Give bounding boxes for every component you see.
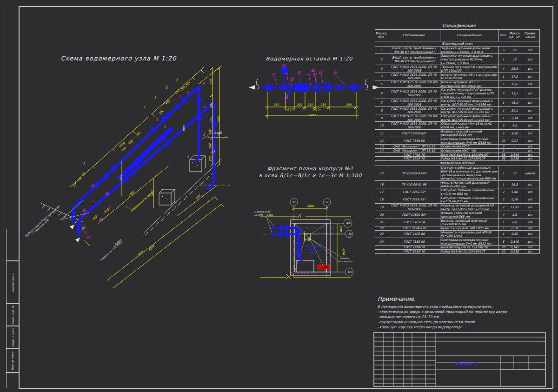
dim-label: 2679	[136, 250, 144, 257]
spec-cell: ГОСТ Р ИСО 2531-2008, СП 40-109-2006	[388, 99, 440, 106]
callout-number: 7	[108, 205, 111, 208]
dim-label: 0,6х0,6х0,8(h)	[337, 260, 352, 263]
spec-cell: 2	[499, 88, 508, 99]
spec-cell: ВЧШГ, соотв. требованиям к ЗРА МГУП "Мос…	[388, 54, 440, 65]
spec-cell: 2	[499, 149, 508, 153]
dim-label: 190	[158, 109, 165, 115]
spec-cell: Фильтр магнитный фланцевый ФМФ-65 Ø65 мм	[440, 180, 499, 188]
spec-cell: ГОСТ Р ИСО 2531-2008, СП 40-109-2006	[388, 122, 440, 129]
spec-cell: 7	[375, 99, 388, 106]
spec-cell: Патрубок чугунный фланцевый с внутр. ЦПП…	[440, 106, 499, 114]
spec-cell: 8	[375, 106, 388, 114]
spec-cell: Манометр показывающий МП-3У Ру=10кгс/см2	[440, 230, 499, 238]
spec-row: 19ГОСТ Р ИСО 2531-2008, СП 40-109-2006Пе…	[375, 203, 540, 211]
spec-cell: шт.	[521, 129, 540, 137]
spec-cell: 16	[375, 180, 388, 188]
spec-row: 5ГОСТ Р ИСО 2531-2008, СП 40-109-2006Кол…	[375, 80, 540, 88]
callout-number: 11	[84, 231, 87, 234]
spec-cell: Патрубок стальной оцинкованный L=210 мм …	[440, 196, 499, 203]
spec-cell: 10	[375, 122, 388, 129]
spec-row: 13ОАО "Моспроект" ЛП 16-19Опора марки ОП…	[375, 145, 540, 149]
spec-section-title: Водомерный узел	[375, 41, 540, 47]
spec-cell: 13	[375, 145, 388, 149]
dim-label: 300	[308, 236, 311, 241]
spec-cell: 1	[499, 219, 508, 226]
spec-cell: 1	[499, 99, 508, 106]
dim-label: 786	[210, 102, 213, 108]
spec-col-note: Приме-чание	[521, 30, 540, 41]
spec-row: ГОСТ 7798-70Болт М16-6gх70.21.12Х18Н10Т2…	[375, 246, 540, 250]
dim-label: на отм. —3,680	[254, 213, 273, 216]
dim-label: 2 ввода Ø100	[254, 210, 271, 213]
spec-cell: шт.	[521, 196, 540, 203]
stamp-podp-data-label: Подп. и дата	[11, 328, 14, 347]
callout-number: 19	[272, 73, 276, 76]
spec-row: ГОСТ 7798-70Болт М16-6gх70.21.12Х18Н10Т8…	[375, 153, 540, 157]
dim-label: 3	[154, 95, 156, 99]
spec-cell: Фланец стальной плоский приварной Ø65 мм	[440, 211, 499, 219]
callout-number: 2	[156, 117, 159, 120]
callout-number: 17	[306, 73, 311, 77]
dim-label: 3с	[325, 200, 329, 204]
spec-cell: 43,1	[508, 99, 521, 106]
dim-label: 585	[120, 174, 123, 180]
spec-cell: Патрубок чугунный фланцевый с внутр. ЦПП…	[440, 114, 499, 122]
vstavka-drawing: 2319211815171420161921250200210280250342…	[246, 47, 381, 128]
dim-label: 3	[166, 85, 168, 88]
spec-row: 15ТУ 400-09-93-97Счетчик турбинный фланц…	[375, 166, 540, 181]
spec-cell: шт.	[521, 230, 540, 238]
dim-label: 65	[80, 172, 86, 177]
spec-cell: 1	[499, 114, 508, 122]
spec-cell: 4	[499, 65, 508, 73]
drawing-sheet: Согласовано Взам. инв. № Подп. и дата Ин…	[0, 0, 558, 392]
spec-cell: 4	[499, 211, 508, 219]
callout-number: 20	[312, 73, 317, 76]
spec-cell: 1	[375, 47, 388, 54]
note-item: –внутреннюю изоляцию стен до поверхности…	[378, 319, 538, 325]
spec-cell: шт.	[521, 54, 540, 65]
callout-number: 21	[285, 73, 288, 76]
spec-cell: –	[508, 145, 521, 149]
spec-cell: 2	[499, 188, 508, 196]
spec-cell: шт.	[521, 145, 540, 149]
dim-label: 280	[320, 103, 326, 106]
spec-cell: шт.	[521, 153, 540, 157]
spec-row: ГОСТ 5915-70Гайка М16-6Н.21.12Х18Н10Т880…	[375, 157, 540, 161]
dim-label: приямок	[340, 257, 350, 259]
spec-cell: Вентиль запорный муфтовый 15кч18п Ø15 мм	[440, 219, 499, 226]
spec-title: Спецификация	[375, 23, 543, 28]
spec-col-mass: Масса ед., кг	[508, 30, 521, 41]
dim-label: 1892	[217, 115, 220, 122]
spec-cell: ГОСТ 12820-80*	[388, 129, 440, 137]
spec-cell: шт.	[521, 122, 540, 129]
spec-cell: компл.	[521, 166, 540, 181]
dim-label: (уровень чистого пола)	[100, 240, 123, 262]
spec-cell: ОАО "Моспроект" ЛП 16-19	[388, 149, 440, 153]
spec-cell: шт.	[521, 249, 540, 253]
dim-label: 3	[319, 108, 322, 111]
dim-label: 180	[127, 139, 134, 145]
spec-col-qty: Кол.	[499, 30, 508, 41]
callout-number: 9	[187, 91, 189, 94]
spec-cell: 2	[499, 145, 508, 149]
spec-row: 10ГОСТ Р ИСО 2531-2008, СП 40-109-2006Об…	[375, 122, 540, 129]
plan-leaders	[266, 217, 342, 257]
dim-label: 13	[291, 108, 295, 112]
callout-number: 14	[91, 183, 94, 186]
spec-cell: 1	[499, 226, 508, 230]
spec-cell: 17	[375, 188, 388, 196]
dim-label: 3	[143, 106, 146, 109]
dim-label: 3	[83, 161, 85, 165]
spec-cell: Прокладка резиновая плоская межфланцевая…	[440, 137, 499, 145]
callout-number: 13	[99, 217, 103, 220]
spec-cell: 12	[375, 137, 388, 145]
spec-cell: ГОСТ 5761-74	[388, 219, 440, 226]
note-item: –хорошую заделку места ввода водопровода	[378, 325, 538, 330]
spec-cell: Гайка М16-6Н.21.12Х18Н10Т	[440, 249, 499, 253]
spec-cell: ГОСТ 5915-70	[388, 157, 440, 161]
spec-cell: 0,038	[508, 249, 521, 253]
spec-cell: ГОСТ 3262-75*	[388, 188, 440, 196]
stamp-inv-podl: Инв. № подл.	[6, 348, 19, 373]
spec-cell: ГОСТ 7798-70	[388, 246, 440, 250]
spec-cell: Переход чугунный фланцевый ХФ внутр. ЦПП…	[440, 203, 499, 211]
